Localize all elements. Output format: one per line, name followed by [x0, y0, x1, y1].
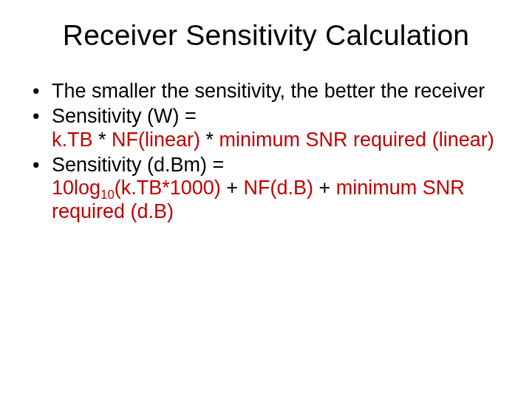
slide: Receiver Sensitivity Calculation The sma…	[0, 0, 532, 399]
bullet-2-term-nf: NF(linear)	[112, 129, 200, 151]
bullet-1: The smaller the sensitivity, the better …	[33, 80, 502, 103]
bullet-3-sep-2: +	[313, 177, 336, 199]
bullet-3-pre: Sensitivity (d.Bm) =	[52, 154, 224, 176]
bullet-3-term-nf: NF(d.B)	[244, 177, 314, 199]
bullet-3-term-log-b: (k.TB*1000)	[115, 177, 221, 199]
bullet-2-pre: Sensitivity (W) =	[52, 105, 197, 127]
bullet-2: Sensitivity (W) = k.TB * NF(linear) * mi…	[33, 105, 502, 152]
bullet-2-term-snr: minimum SNR required (linear)	[219, 129, 494, 151]
bullet-2-sep-1: *	[93, 129, 112, 151]
bullet-list: The smaller the sensitivity, the better …	[30, 80, 502, 224]
bullet-3: Sensitivity (d.Bm) = 10log10(k.TB*1000) …	[33, 154, 502, 225]
bullet-1-text: The smaller the sensitivity, the better …	[52, 80, 485, 102]
bullet-3-term-log-a: 10log	[52, 177, 100, 199]
slide-title: Receiver Sensitivity Calculation	[30, 19, 502, 52]
bullet-2-sep-2: *	[200, 129, 219, 151]
bullet-2-term-ktb: k.TB	[52, 129, 93, 151]
bullet-3-sep-1: +	[221, 177, 244, 199]
